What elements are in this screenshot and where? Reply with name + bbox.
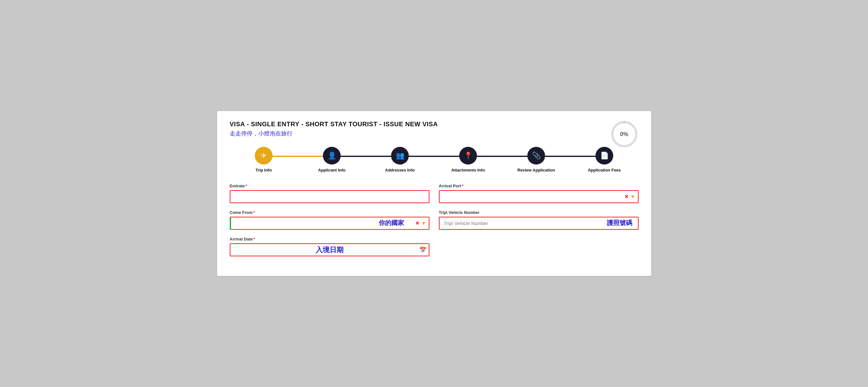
emirate-label: Emirate* — [230, 183, 429, 188]
come-from-label: Come From* — [230, 210, 429, 215]
emirate-input[interactable]: ABU DHABI — [230, 190, 429, 203]
stepper: ✈ Trip Info 👤 Applicant Info 👥 Addresses… — [230, 147, 639, 172]
come-from-wrapper: TAIWAN, PROVINCE OF CHINA[A] ✕ ▼ 你的國家 — [230, 217, 429, 230]
step-label-applicant-info: Applicant Info — [318, 168, 346, 172]
main-card: 0% VISA - SINGLE ENTRY - SHORT STAY TOUR… — [217, 111, 651, 276]
step-applicant-info[interactable]: 👤 Applicant Info — [298, 147, 366, 172]
arrival-date-label: Arrival Date* — [230, 237, 429, 241]
step-circle-applicant-info: 👤 — [323, 147, 341, 165]
arrival-date-group: Arrival Date* 23/07/2018 📅 入境日期 — [230, 237, 429, 256]
step-attachments-info[interactable]: 📍 Attachments Info — [434, 147, 502, 172]
step-trip-info[interactable]: ✈ Trip Info — [230, 147, 298, 172]
arrival-date-wrapper: 23/07/2018 📅 入境日期 — [230, 243, 429, 256]
step-label-application-fees: Application Fees — [588, 168, 621, 172]
step-label-addresses-info: Addresses Info — [385, 168, 415, 172]
progress-label: 0% — [620, 131, 628, 138]
come-from-select-wrapper: TAIWAN, PROVINCE OF CHINA[A] ✕ ▼ — [230, 217, 429, 230]
step-label-trip-info: Trip Info — [255, 168, 272, 172]
trip-info-icon: ✈ — [261, 151, 267, 160]
step-addresses-info[interactable]: 👥 Addresses Info — [366, 147, 434, 172]
arrival-port-clear-button[interactable]: ✕ — [624, 194, 628, 200]
come-from-dropdown-button[interactable]: ▼ — [421, 220, 426, 226]
calendar-icon[interactable]: 📅 — [417, 247, 429, 253]
come-from-actions: ✕ ▼ — [415, 220, 429, 226]
step-application-fees[interactable]: 📄 Application Fees — [570, 147, 639, 172]
trip-vehicle-label: Trip\ Vehicle Number — [439, 210, 639, 215]
progress-circle: 0% — [610, 120, 639, 148]
step-label-review-application: Review Application — [518, 168, 555, 172]
trip-vehicle-group: Trip\ Vehicle Number 護照號碼 — [439, 210, 639, 230]
application-fees-icon: 📄 — [600, 151, 609, 160]
emirate-group: Emirate* ABU DHABI — [230, 183, 429, 203]
page-title: VISA - SINGLE ENTRY - SHORT STAY TOURIST… — [230, 120, 639, 128]
step-circle-review-application: 📎 — [527, 147, 545, 165]
arrival-date-input[interactable]: 23/07/2018 — [230, 244, 417, 256]
step-circle-application-fees: 📄 — [595, 147, 613, 165]
come-from-clear-button[interactable]: ✕ — [415, 220, 419, 226]
form-row-3: Arrival Date* 23/07/2018 📅 入境日期 — [230, 237, 639, 256]
arrival-port-dropdown-button[interactable]: ▼ — [630, 194, 636, 200]
arrival-date-input-wrapper: 23/07/2018 📅 — [230, 243, 429, 256]
addresses-info-icon: 👥 — [396, 151, 404, 160]
trip-vehicle-input[interactable] — [439, 217, 639, 230]
arrival-port-label: Arrival Port* — [439, 183, 639, 188]
page-subtitle: 走走停停，小燈泡在旅行 — [230, 130, 639, 137]
arrival-port-input[interactable]: ABU DHABI AIRPORT — [439, 191, 624, 203]
step-circle-attachments-info: 📍 — [459, 147, 477, 165]
form-row-2: Come From* TAIWAN, PROVINCE OF CHINA[A] … — [230, 210, 639, 230]
steps-row: ✈ Trip Info 👤 Applicant Info 👥 Addresses… — [230, 147, 639, 172]
step-circle-trip-info: ✈ — [255, 147, 273, 165]
step-circle-addresses-info: 👥 — [391, 147, 409, 165]
review-application-icon: 📎 — [532, 151, 540, 160]
step-label-attachments-info: Attachments Info — [451, 168, 485, 172]
applicant-info-icon: 👤 — [328, 151, 336, 160]
step-review-application[interactable]: 📎 Review Application — [502, 147, 570, 172]
form-row-1: Emirate* ABU DHABI Arrival Port* ABU DHA… — [230, 183, 639, 203]
attachments-info-icon: 📍 — [464, 151, 472, 160]
come-from-group: Come From* TAIWAN, PROVINCE OF CHINA[A] … — [230, 210, 429, 230]
arrival-port-actions: ✕ ▼ — [624, 194, 638, 200]
come-from-input[interactable]: TAIWAN, PROVINCE OF CHINA[A] — [231, 217, 415, 229]
trip-vehicle-wrapper: 護照號碼 — [439, 217, 639, 230]
arrival-port-group: Arrival Port* ABU DHABI AIRPORT ✕ ▼ — [439, 183, 639, 203]
arrival-port-select-wrapper: ABU DHABI AIRPORT ✕ ▼ — [439, 190, 639, 203]
